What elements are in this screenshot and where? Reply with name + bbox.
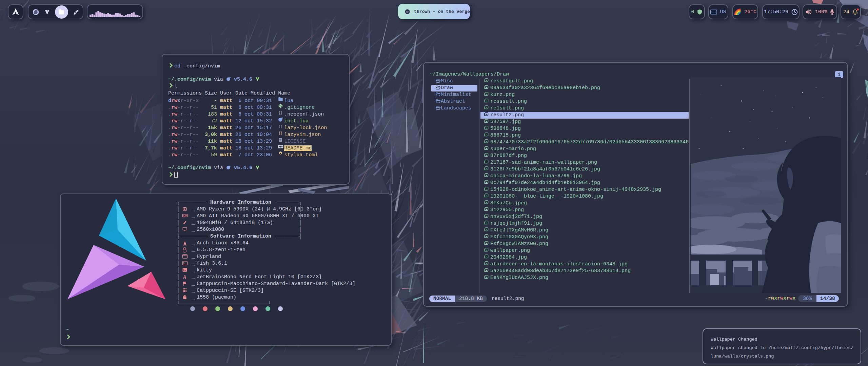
svg-text:A: A <box>183 274 186 280</box>
svg-text:{}: {} <box>278 125 282 128</box>
svg-text:{}: {} <box>278 131 282 135</box>
svg-text:{}: {} <box>278 111 282 115</box>
